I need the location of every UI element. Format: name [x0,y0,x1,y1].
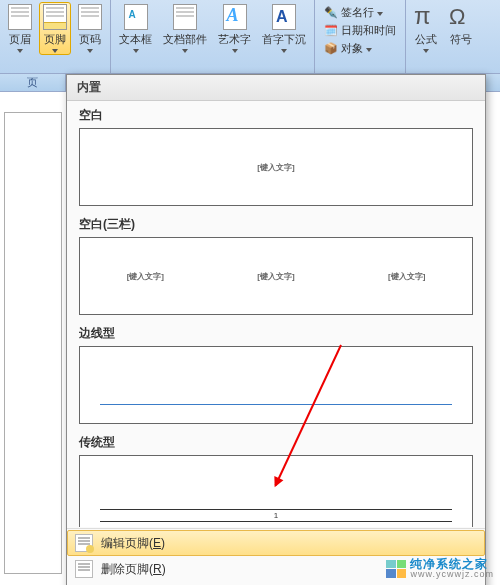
chevron-down-icon [52,49,58,53]
chevron-down-icon [17,49,23,53]
option-preview [79,346,473,424]
dropcap-button[interactable]: 首字下沉 [258,2,310,55]
chevron-down-icon [133,49,139,53]
header-button[interactable]: 页眉 [4,2,36,55]
watermark-logo-icon [386,560,406,578]
option-preview: 1 [79,455,473,527]
textbox-button[interactable]: 文本框 [115,2,156,55]
footer-button[interactable]: 页脚 [39,2,71,55]
option-title: 边线型 [79,325,473,342]
ribbon-label: 日期和时间 [341,23,396,38]
ribbon-label: 符号 [450,32,472,47]
placeholder-text: [键入文字] [257,162,294,173]
pi-icon [414,4,438,30]
dropcap-icon [272,4,296,30]
page-number-button[interactable]: 页码 [74,2,106,55]
ribbon-label: 页码 [79,32,101,47]
quickparts-button[interactable]: 文档部件 [159,2,211,55]
option-title: 空白(三栏) [79,216,473,233]
signature-button[interactable]: ✒️ 签名行 [321,4,399,21]
ribbon-label: 页眉 [9,32,31,47]
watermark-url: www.ycwwjz.com [410,570,494,579]
textbox-icon [124,4,148,30]
footer-dropdown: 内置 空白 [键入文字] 空白(三栏) [键入文字] [键入文字] [键入文字]… [66,74,486,585]
watermark: 纯净系统之家 www.ycwwjz.com [386,558,494,579]
object-button[interactable]: 📦 对象 [321,40,399,57]
signature-icon: ✒️ [324,6,338,20]
placeholder-text: [键入文字] [127,271,164,282]
ribbon-label: 签名行 [341,5,374,20]
option-preview: [键入文字] [79,128,473,206]
placeholder-text: [键入文字] [257,271,294,282]
ribbon-label: 首字下沉 [262,32,306,47]
page-number-icon [78,4,102,30]
chevron-down-icon [87,49,93,53]
footer-icon [43,4,67,30]
chevron-down-icon [281,49,287,53]
ribbon-label: 文本框 [119,32,152,47]
menuitem-label: 删除页脚(R) [101,561,166,578]
ribbon-label: 对象 [341,41,363,56]
quickparts-icon [173,4,197,30]
edit-footer-menuitem[interactable]: 编辑页脚(E) [67,530,485,556]
chevron-down-icon [182,49,188,53]
menuitem-label: 编辑页脚(E) [101,535,165,552]
datetime-button[interactable]: 🗓️ 日期和时间 [321,22,399,39]
wordart-button[interactable]: 艺术字 [214,2,255,55]
footer-option-border[interactable]: 边线型 [75,319,477,428]
ribbon-label: 页脚 [44,32,66,47]
chevron-down-icon [232,49,238,53]
datetime-icon: 🗓️ [324,24,338,38]
footer-option-blank3[interactable]: 空白(三栏) [键入文字] [键入文字] [键入文字] [75,210,477,319]
ribbon-label: 文档部件 [163,32,207,47]
chevron-down-icon [377,12,383,16]
chevron-down-icon [366,48,372,52]
object-icon: 📦 [324,42,338,56]
page-number-value: 1 [274,511,278,520]
wordart-icon [223,4,247,30]
ribbon-label: 艺术字 [218,32,251,47]
option-title: 空白 [79,107,473,124]
omega-icon [449,4,473,30]
header-icon [8,4,32,30]
placeholder-text: [键入文字] [388,271,425,282]
chevron-down-icon [423,49,429,53]
option-preview: [键入文字] [键入文字] [键入文字] [79,237,473,315]
ribbon-label: 公式 [415,32,437,47]
option-title: 传统型 [79,434,473,451]
remove-icon [75,560,93,578]
symbol-button[interactable]: 符号 [445,2,477,55]
equation-button[interactable]: 公式 [410,2,442,55]
edit-icon [75,534,93,552]
separator [67,528,485,529]
group-label-page: 页 [0,74,66,91]
footer-option-blank[interactable]: 空白 [键入文字] [75,101,477,210]
dropdown-section-head: 内置 [67,75,485,101]
